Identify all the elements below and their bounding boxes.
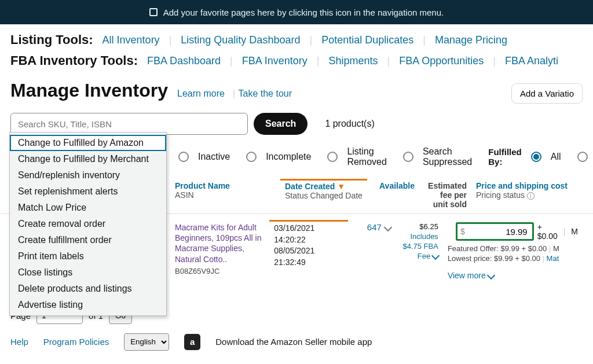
available-cell[interactable]: 647 [348, 220, 396, 234]
filter-search-suppressed-radio[interactable] [403, 152, 413, 162]
language-select[interactable]: English [124, 333, 169, 351]
dd-advertise-listing[interactable]: Advertise listing [10, 297, 166, 313]
chevron-down-icon [431, 252, 440, 260]
fulfilled-all[interactable]: All [551, 152, 561, 162]
listing-tools-title: Listing Tools: [10, 32, 93, 47]
search-button[interactable]: Search [254, 113, 308, 135]
filter-incomplete-radio[interactable] [246, 152, 257, 162]
filter-search-suppressed[interactable]: Search Suppressed [423, 146, 472, 167]
favorites-text: Add your favorite pages here by clicking… [163, 8, 444, 17]
add-variation-button[interactable]: Add a Variatio [511, 83, 583, 104]
dd-create-fulfillment-order[interactable]: Create fulfillment order [10, 232, 166, 248]
nav-shipments[interactable]: Shipments [329, 55, 378, 67]
nav-all-inventory[interactable]: All Inventory [103, 34, 160, 46]
nav-manage-pricing[interactable]: Manage Pricing [435, 34, 507, 46]
page-header: Manage Inventory Learn more | Take the t… [0, 74, 593, 113]
col-available[interactable]: Available [379, 181, 415, 190]
product-name-link[interactable]: Macrame Kits for Adult Beginners, 109pcs… [175, 223, 261, 264]
download-app-link[interactable]: Download the Amazon Seller mobile app [215, 337, 372, 347]
date-created-value: 03/16/2021 14:20:22 [274, 223, 343, 245]
col-product-name[interactable]: Product Name [175, 181, 276, 190]
take-tour-link[interactable]: Take the tour [239, 89, 292, 99]
nav-fba-opportunities[interactable]: FBA Opportunities [399, 55, 484, 67]
nav-fba-dashboard[interactable]: FBA Dashboard [147, 55, 221, 67]
nav-listing-quality[interactable]: Listing Quality Dashboard [181, 34, 300, 46]
dd-send-replenish[interactable]: Send/replenish inventory [10, 167, 166, 183]
chevron-down-icon [487, 271, 495, 280]
dd-replenishment-alerts[interactable]: Set replenishment alerts [10, 183, 166, 200]
dd-fulfilled-merchant[interactable]: Change to Fulfilled by Merchant [10, 151, 166, 167]
app-icon: a [184, 334, 200, 350]
page-title: Manage Inventory [10, 80, 168, 101]
program-policies-link[interactable]: Program Policies [43, 337, 109, 347]
status-changed-value: 08/05/2021 21:32:49 [274, 245, 343, 268]
info-icon[interactable]: i [527, 192, 535, 200]
price-m: M [571, 227, 578, 236]
col-pricing-status: Pricing status [476, 190, 525, 200]
fba-tools-title: FBA Inventory Tools: [10, 53, 138, 68]
nav-potential-duplicates[interactable]: Potential Duplicates [321, 34, 413, 46]
bookmark-icon [149, 8, 158, 16]
learn-more-link[interactable]: Learn more [177, 89, 225, 99]
filter-listing-removed[interactable]: Listing Removed [347, 146, 386, 167]
fulfilled-by-label: Fulfilled By: [488, 147, 522, 167]
dd-close-listings[interactable]: Close listings [10, 264, 166, 281]
col-status-changed: Status Changed Date [285, 191, 363, 200]
col-estimated-fee: Estimated fee per unit sold [419, 179, 471, 211]
dd-match-low-price[interactable]: Match Low Price [10, 200, 166, 216]
fba-tools-nav: FBA Inventory Tools: FBA Dashboard| FBA … [0, 51, 593, 74]
filter-inactive[interactable]: Inactive [198, 152, 230, 162]
footer-links: Help Program Policies English a Download… [0, 328, 593, 356]
available-value: 647 [367, 222, 382, 232]
lowest-price: Lowest price: $9.99 + $0.00 [448, 254, 540, 263]
dd-create-removal-order[interactable]: Create removal order [10, 216, 166, 232]
fulfilled-all-radio[interactable] [531, 152, 541, 162]
product-count: 1 product(s) [325, 119, 374, 129]
dd-print-item-labels[interactable]: Print item labels [10, 248, 166, 264]
dd-delete-products[interactable]: Delete products and listings [10, 281, 166, 297]
filter-listing-removed-radio[interactable] [327, 152, 338, 162]
favorites-banner: Add your favorite pages here by clicking… [0, 0, 593, 24]
featured-offer: Featured Offer: $9.99 + $0.00 [448, 244, 547, 253]
col-price[interactable]: Price and shipping cost [476, 181, 578, 190]
listing-tools-nav: Listing Tools: All Inventory| Listing Qu… [0, 24, 593, 51]
price-input[interactable] [456, 222, 534, 241]
view-more-link[interactable]: View more [448, 271, 578, 280]
fulfilled-amazon-radio[interactable] [577, 152, 588, 162]
nav-fba-inventory[interactable]: FBA Inventory [242, 55, 308, 67]
col-date-created[interactable]: Date Created [285, 182, 335, 191]
estimated-fee-cell: $6.25 Includes $4.75 FBA Fee [396, 220, 443, 264]
dd-fulfilled-amazon[interactable]: Change to Fulfilled by Amazon [10, 135, 166, 151]
help-link[interactable]: Help [10, 337, 28, 347]
match-link[interactable]: Mat [547, 254, 559, 263]
filter-inactive-radio[interactable] [178, 152, 189, 162]
nav-fba-analytics[interactable]: FBA Analyti [505, 55, 558, 67]
action-dropdown: Change to Fulfilled by Amazon Change to … [9, 132, 167, 316]
col-asin: ASIN [175, 190, 276, 200]
filter-incomplete[interactable]: Incomplete [266, 152, 311, 162]
shipping-addon: + $0.00 [537, 222, 558, 241]
currency-icon: $ [460, 227, 465, 236]
chevron-down-icon [384, 223, 392, 231]
product-asin: B08Z65V9JC [175, 267, 265, 275]
sort-desc-icon: ▼ [337, 182, 345, 191]
